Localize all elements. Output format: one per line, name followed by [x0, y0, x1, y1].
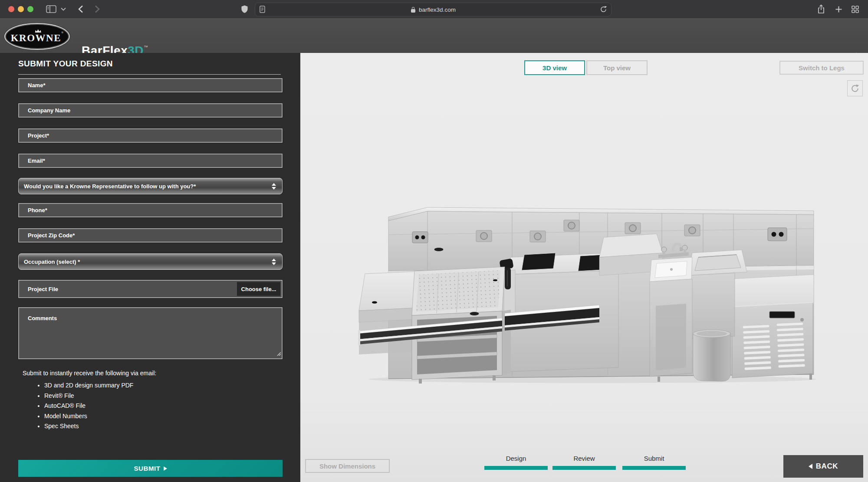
share-icon[interactable] — [816, 0, 826, 18]
bottle-cooler — [730, 275, 814, 378]
krowne-logo[interactable]: KROWNE® — [4, 23, 70, 50]
krowne-badge — [434, 248, 444, 252]
title-divider — [18, 74, 281, 75]
chevron-down-icon[interactable] — [60, 0, 67, 18]
view-3d-button[interactable]: 3D view — [524, 60, 585, 75]
minimize-window-button[interactable] — [18, 6, 24, 12]
company-name-field[interactable] — [18, 103, 283, 118]
step-design[interactable]: Design — [484, 455, 548, 470]
zip-code-field[interactable] — [18, 228, 283, 243]
step-progress-bar — [484, 466, 548, 470]
select-updown-icon — [272, 183, 276, 190]
panel-title: SUBMIT YOUR DESIGN — [18, 59, 113, 69]
submit-arrow-icon — [164, 466, 167, 471]
comments-field[interactable] — [18, 307, 283, 359]
step-progress-bar — [552, 466, 616, 470]
new-tab-icon[interactable] — [834, 0, 843, 18]
zoom-window-button[interactable] — [27, 6, 33, 12]
url-text: barflex3d.com — [419, 7, 456, 13]
perforated-drainboard — [412, 267, 505, 315]
browser-toolbar: barflex3d.com — [0, 0, 868, 19]
step-submit[interactable]: Submit — [622, 455, 686, 470]
resize-handle-icon[interactable] — [276, 350, 281, 357]
choose-file-button[interactable]: Choose file... — [237, 282, 280, 296]
representative-select[interactable]: Would you like a Krowne Representative t… — [18, 178, 283, 194]
comments-field-wrap — [18, 307, 283, 359]
trademark: ™ — [144, 45, 148, 49]
cooler-handle — [769, 311, 795, 318]
reload-icon[interactable] — [599, 5, 608, 13]
list-item: Model Numbers — [44, 413, 133, 420]
trash-can — [693, 330, 730, 381]
switch-to-legs-button[interactable]: Switch to Legs — [779, 61, 864, 75]
app-header: KROWNE® BarFlex3D™ ? — [0, 18, 868, 53]
reader-icon[interactable] — [260, 6, 265, 13]
barflex3d-app-window: barflex3d.com KROWNE® BarFlex3D™ ? — [0, 0, 868, 482]
sidebar-toggle-icon[interactable] — [45, 0, 58, 18]
list-item: Spec Sheets — [44, 423, 133, 430]
back-icon[interactable] — [76, 0, 85, 18]
occupation-select[interactable]: Occupation (select) * — [18, 253, 283, 270]
email-field[interactable] — [18, 154, 283, 168]
address-bar[interactable]: barflex3d.com — [255, 3, 612, 16]
project-field[interactable] — [18, 128, 283, 143]
rotate-cw-icon[interactable] — [847, 80, 863, 96]
tab-overview-icon[interactable] — [850, 0, 860, 18]
project-file-field[interactable]: Project File Choose file... — [18, 280, 283, 298]
url-display: barflex3d.com — [411, 7, 456, 13]
view-top-button[interactable]: Top view — [586, 60, 648, 75]
submit-design-panel: SUBMIT YOUR DESIGN Would you like a Krow… — [0, 53, 300, 482]
back-arrow-icon — [809, 464, 812, 469]
list-item: Revit® File — [44, 392, 133, 399]
list-item: 3D and 2D design summary PDF — [44, 382, 133, 389]
submit-button[interactable]: SUBMIT — [18, 460, 283, 477]
shield-icon[interactable] — [239, 0, 250, 18]
krowne-badge — [470, 312, 479, 316]
lock-icon — [411, 7, 416, 13]
crown-icon — [34, 27, 41, 35]
step-review[interactable]: Review — [552, 455, 616, 470]
forward-icon[interactable] — [93, 0, 102, 18]
select-updown-icon — [272, 259, 276, 265]
name-field[interactable] — [18, 78, 283, 92]
deliverables-list: 3D and 2D design summary PDF Revit® File… — [36, 382, 133, 433]
viewer-canvas[interactable]: 3D view Top view Switch to Legs Show Dim… — [300, 53, 868, 482]
step-progress-bar — [622, 466, 686, 470]
phone-field[interactable] — [18, 203, 283, 217]
close-window-button[interactable] — [8, 6, 14, 12]
bar-3d-render[interactable] — [358, 206, 816, 384]
back-button[interactable]: BACK — [783, 455, 863, 478]
email-info-text: Submit to instantly receive the followin… — [23, 370, 266, 377]
show-dimensions-button[interactable]: Show Dimensions — [305, 459, 390, 473]
hand-sink — [650, 244, 692, 377]
list-item: AutoCAD® File — [44, 402, 133, 409]
ice-bin — [522, 253, 556, 270]
